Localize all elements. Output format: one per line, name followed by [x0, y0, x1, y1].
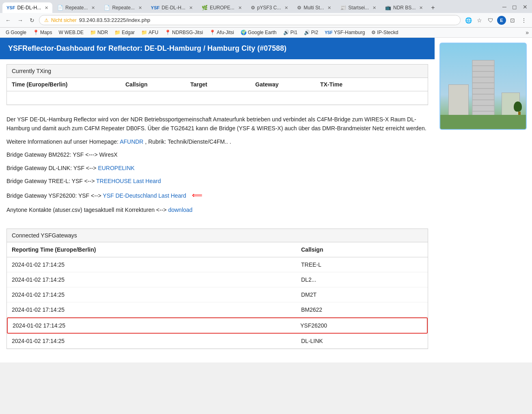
browser-chrome: YSF DE-DL-H... ✕ 📄 Repeate... ✕ 📄 Repeat… — [0, 0, 532, 38]
reflector-header: YSFReflector-Dashboard for Reflector: DE… — [0, 38, 435, 59]
security-icon: ⚠ — [44, 17, 49, 23]
nav-actions: 🌐 ☆ 🛡 E ⊡ ⋮ — [463, 16, 529, 25]
txing-empty-row — [7, 91, 428, 105]
profile-button[interactable]: E — [497, 16, 506, 25]
tab-close-4[interactable]: ✕ — [189, 5, 193, 11]
translate-button[interactable]: 🌐 — [463, 16, 473, 25]
tab-close-6[interactable]: ✕ — [284, 5, 288, 11]
bookmark-ysf-hamburg[interactable]: YSF YSF-Hamburg — [322, 29, 367, 36]
bookmark-google[interactable]: G Google — [3, 29, 29, 36]
menu-button[interactable]: ⋮ — [519, 16, 529, 25]
gateway-time-1: 2024-01-02 17:14:25 — [12, 261, 301, 268]
bookmark-ysf-hamburg-label: YSF-Hamburg — [334, 30, 365, 35]
tab-close-9[interactable]: ✕ — [419, 5, 423, 11]
col-target-header: Target — [190, 81, 255, 88]
tab-6[interactable]: ⚙ pYSF3 C... ✕ — [247, 2, 293, 13]
tab-close-7[interactable]: ✕ — [327, 5, 331, 11]
bookmark-google-earth[interactable]: 🌍 Google Earth — [238, 29, 279, 36]
bookmark-pi1-label: Pi1 — [291, 30, 297, 35]
bookmark-maps[interactable]: 📍 Maps — [30, 29, 54, 36]
bookmark-button[interactable]: ☆ — [474, 16, 484, 25]
europelink-link[interactable]: EUROPELINK — [98, 165, 134, 171]
tab-close-5[interactable]: ✕ — [238, 5, 242, 11]
description-paragraph2: Weitere Informationen auf unser Homepage… — [6, 137, 428, 146]
tab-close-2[interactable]: ✕ — [91, 5, 95, 11]
gateways-col-callsign-header: Callsign — [301, 246, 423, 253]
bridge-dl-line: Bridge Gateway DL-LINK: YSF <--> EUROPEL… — [6, 164, 428, 172]
tab-label-8: Startsei... — [348, 5, 369, 11]
bridge-dl-prefix: Bridge Gateway DL-LINK: YSF <--> — [6, 165, 98, 171]
bookmarks-more-button[interactable]: » — [526, 29, 529, 36]
split-view-button[interactable]: ⊡ — [508, 16, 517, 25]
tab-label-6: pYSF3 C... — [257, 5, 281, 11]
tab-9[interactable]: 📺 NDR BS... ✕ — [381, 2, 427, 13]
tab-7[interactable]: ⚙ Multi St... ✕ — [293, 2, 335, 13]
tab-label-2: Repeate... — [65, 5, 88, 11]
bookmark-ip-steckd-label: IP-Steckd — [377, 30, 398, 35]
anytone-prefix: Anytone Kontakte (atuser.csv) tagesaktue… — [6, 207, 168, 213]
bookmark-webde[interactable]: W WEB.DE — [56, 29, 86, 36]
minimize-button[interactable]: ─ — [500, 2, 508, 11]
tab-5[interactable]: 🌿 EUROPE... ✕ — [198, 2, 246, 13]
close-button[interactable]: ✕ — [521, 2, 530, 11]
bookmark-ip-steckd[interactable]: ⚙ IP-Steckd — [369, 29, 401, 36]
description-section: Der YSF DE-DL-Hamburg Reflector wird von… — [0, 110, 435, 224]
ysf-hamburg-icon: YSF — [325, 30, 332, 35]
forward-button[interactable]: → — [15, 16, 25, 25]
back-button[interactable]: ← — [3, 16, 13, 25]
restore-button[interactable]: ◻ — [510, 2, 519, 11]
sidebar: DB0FS — [435, 38, 532, 362]
address-bar[interactable]: ⚠ Nicht sicher 93.240.83.53:22225/index.… — [39, 15, 461, 25]
tab-8[interactable]: 📰 Startsei... ✕ — [336, 2, 380, 13]
gateway-time-2: 2024-01-02 17:14:25 — [12, 276, 301, 283]
gateways-title-label: Connected YSFGateways — [12, 232, 77, 239]
gateways-col-time-header: Reporting Time (Europe/Berlin) — [12, 246, 301, 253]
tab-close-8[interactable]: ✕ — [373, 5, 376, 11]
tab-2[interactable]: 📄 Repeate... ✕ — [53, 2, 99, 13]
treehouse-link[interactable]: TREEHOUSE Last Heard — [96, 178, 161, 184]
tab-close-1[interactable]: ✕ — [45, 5, 48, 11]
grass — [440, 115, 526, 129]
building-scene — [440, 43, 526, 129]
tab-label-9: NDR BS... — [393, 5, 416, 11]
arrow-icon: ⟸ — [192, 190, 202, 201]
download-link[interactable]: download — [168, 207, 192, 213]
tab-label-1: DE-DL-H... — [17, 5, 41, 11]
gateway-callsign-6: DL-LINK — [301, 338, 423, 344]
col-txtime-header: TX-Time — [320, 81, 423, 88]
tab-4[interactable]: YSF DE-DL-H... ✕ — [147, 2, 197, 13]
db0fs-image-container: DB0FS — [439, 43, 527, 130]
tab-favicon-9: 📺 — [385, 5, 391, 11]
tab-label-3: Repeate... — [112, 5, 134, 11]
tab-favicon-2: 📄 — [57, 5, 63, 11]
reload-button[interactable]: ↻ — [28, 16, 37, 25]
extension-button[interactable]: 🛡 — [486, 16, 495, 25]
short-building — [448, 84, 469, 117]
bookmark-ndr[interactable]: 📁 NDR — [88, 29, 110, 36]
gateway-time-4: 2024-01-02 17:14:25 — [12, 306, 301, 313]
tab-favicon-4: YSF — [151, 5, 159, 10]
tab-3[interactable]: 📄 Repeate... ✕ — [100, 2, 146, 13]
col-callsign-header: Callsign — [125, 81, 190, 88]
tab-close-3[interactable]: ✕ — [138, 5, 142, 11]
txing-table-header: Time (Europe/Berlin) Callsign Target Gat… — [7, 78, 428, 91]
bookmark-afu-label: AFU — [149, 30, 158, 35]
gateway-row-5-highlighted: 2024-01-02 17:14:25 YSF26200 — [7, 317, 428, 334]
pi2-icon: 🔊 — [304, 30, 310, 35]
afundr-link[interactable]: AFUNDR — [120, 138, 143, 145]
bookmark-edgar[interactable]: 📁 Edgar — [112, 29, 137, 36]
bookmark-afu-jitsi[interactable]: 📍 Afu-Jitsi — [207, 29, 237, 36]
bookmark-afu[interactable]: 📁 AFU — [139, 29, 161, 36]
tab-favicon-3: 📄 — [104, 5, 110, 11]
ysf-de-link[interactable]: YSF DE-Deutschland Last Heard — [103, 192, 186, 199]
bookmark-pi2[interactable]: 🔊 Pi2 — [302, 29, 321, 36]
bookmark-afu-jitsi-label: Afu-Jitsi — [217, 30, 234, 35]
bookmark-ndrbsg-jitsi[interactable]: 📍 NDRBSG-Jitsi — [162, 29, 205, 36]
bookmark-pi1[interactable]: 🔊 Pi1 — [281, 29, 300, 36]
gateway-callsign-2: DL2... — [301, 276, 423, 283]
col-time-header: Time (Europe/Berlin) — [12, 81, 125, 88]
new-tab-button[interactable]: + — [428, 2, 438, 13]
tab-1[interactable]: YSF DE-DL-H... ✕ — [2, 2, 52, 13]
ndrbsg-jitsi-icon: 📍 — [165, 30, 171, 35]
nav-bar: ← → ↻ ⚠ Nicht sicher 93.240.83.53:22225/… — [0, 13, 532, 28]
